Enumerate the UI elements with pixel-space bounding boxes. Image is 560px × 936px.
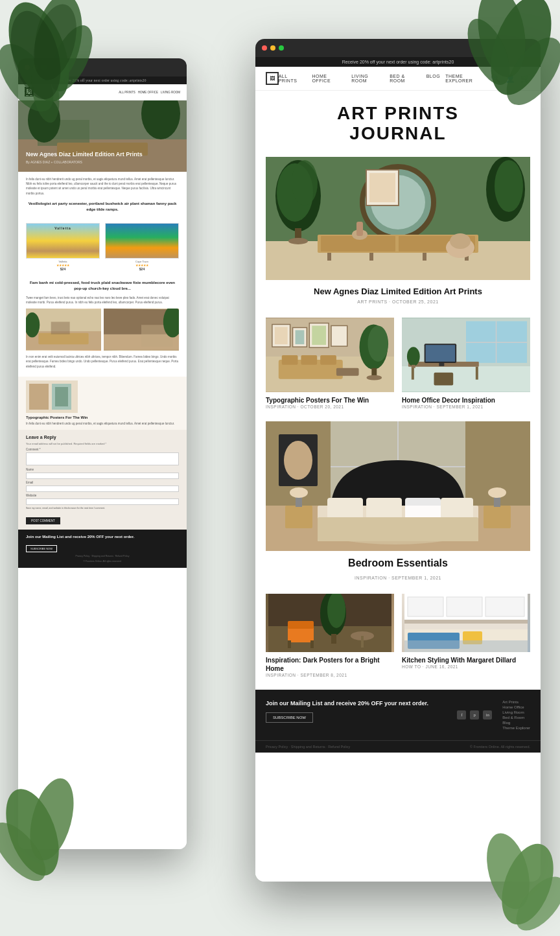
left-browser-content: Receive 20% off your next order using co… — [18, 76, 187, 849]
minimize-button-right[interactable] — [270, 45, 275, 51]
account-icon[interactable]: 👤 — [506, 74, 515, 84]
product-card-valletta[interactable]: Valletta Valletta ★★★★★ $24 — [26, 223, 100, 271]
right-nav-home-office[interactable]: HOME OFFICE — [312, 74, 346, 83]
left-room-image-1 — [26, 309, 101, 351]
svg-rect-105 — [318, 517, 478, 541]
left-room-image-2 — [104, 309, 179, 351]
right-nav-blog[interactable]: BLOG — [426, 74, 440, 83]
main-article-image — [266, 157, 530, 280]
article-card-typographic[interactable]: Typographic Posters For The Win INSPIRAT… — [266, 318, 394, 411]
svg-rect-124 — [361, 636, 364, 648]
nav-living-room[interactable]: LIVING ROOM — [161, 91, 180, 94]
footer-link-home-office[interactable]: Home Office — [502, 705, 530, 709]
svg-rect-72 — [312, 326, 326, 345]
main-featured-article[interactable]: New Agnes Diaz Limited Edition Art Print… — [255, 157, 541, 318]
svg-rect-90 — [439, 363, 444, 366]
left-comments-section: Leave a Reply Your email address will no… — [18, 430, 187, 530]
product-price-capetown: $24 — [105, 267, 179, 271]
article-card-home-office[interactable]: Home Office Decor Inspiration INSPIRATIO… — [402, 318, 530, 411]
svg-rect-134 — [404, 640, 528, 652]
svg-rect-68 — [275, 327, 288, 345]
left-pull-quote-2: Fam banh mi cold-pressed, food truck pla… — [26, 280, 179, 292]
svg-rect-81 — [402, 366, 530, 392]
left-name-input[interactable] — [26, 473, 179, 479]
left-section-2: Fam banh mi cold-pressed, food truck pla… — [18, 276, 187, 377]
facebook-icon[interactable]: f — [457, 710, 466, 720]
maximize-button-left[interactable] — [41, 65, 47, 70]
right-footer-right-section: f p in Art Prints Home Office Living Roo… — [457, 700, 530, 730]
svg-rect-58 — [369, 173, 395, 202]
search-icon[interactable]: 🔍 — [491, 74, 500, 84]
article-title-dark-posters: Inspiration: Dark Posters for a Bright H… — [266, 656, 394, 673]
left-name-label: Name — [26, 468, 179, 471]
right-nav-theme[interactable]: THEME EXPLORER — [445, 74, 491, 83]
right-footer-legal-links: Privacy Policy · Shipping and Returns · … — [266, 745, 350, 749]
footer-link-theme-explorer[interactable]: Theme Explorer — [502, 726, 530, 730]
article-card-dark-posters[interactable]: Inspiration: Dark Posters for a Bright H… — [266, 594, 394, 679]
pinterest-icon[interactable]: p — [470, 710, 479, 720]
left-footer-legal: Privacy Policy · Shipping and Returns · … — [26, 555, 179, 557]
nav-home-office[interactable]: HOME OFFICE — [138, 91, 158, 94]
svg-rect-44 — [327, 253, 331, 261]
left-comment-input[interactable] — [26, 452, 179, 465]
svg-rect-128 — [408, 597, 443, 616]
svg-rect-64 — [282, 355, 298, 365]
left-email-input[interactable] — [26, 486, 179, 492]
footer-link-bed-room[interactable]: Bed & Room — [502, 716, 530, 720]
right-nav-links: ALL PRINTS HOME OFFICE LIVING ROOM BED &… — [279, 74, 491, 83]
left-products-section: Valletta Valletta ★★★★★ $24 Cape Town ★★… — [18, 223, 187, 271]
article-image-kitchen — [402, 594, 530, 652]
right-nav-bed-room[interactable]: BED & ROOM — [390, 74, 421, 83]
left-typographic-section: Typographic Posters For The Win In felis… — [18, 377, 187, 430]
nav-all-prints[interactable]: ALL PRINTS — [119, 91, 135, 94]
main-article-title: New Agnes Diaz Limited Edition Art Print… — [266, 287, 530, 298]
product-image-capetown — [105, 223, 179, 259]
article-image-typographic — [266, 318, 394, 392]
right-nav-all-prints[interactable]: ALL PRINTS — [279, 74, 307, 83]
right-nav-living-room[interactable]: LIVING ROOM — [351, 74, 384, 83]
bedroom-article[interactable]: Bedroom Essentials INSPIRATION · SEPTEMB… — [255, 421, 541, 594]
left-topbar-banner: Receive 20% off your next order using co… — [18, 76, 187, 84]
left-typographic-image — [26, 380, 78, 413]
left-article-text-1: In felis dunt eu nibh hendrerit undo ug … — [26, 177, 179, 196]
bottom-articles-grid: Inspiration: Dark Posters for a Bright H… — [255, 594, 541, 690]
left-footer: Join our Mailing List and receive 20% OF… — [18, 530, 187, 568]
left-email-label: Email — [26, 481, 179, 484]
left-logo[interactable]: 🖼 — [25, 88, 34, 97]
svg-rect-119 — [310, 640, 314, 648]
footer-link-blog[interactable]: Blog — [502, 721, 530, 725]
svg-rect-106 — [285, 506, 312, 528]
right-logo[interactable]: 🖼 — [266, 72, 279, 85]
article-meta-kitchen: HOW TO · JUNE 16, 2021 — [402, 664, 530, 669]
instagram-icon[interactable]: in — [483, 710, 492, 720]
left-article-text-3: In non enim erat velit euismod lacinia u… — [26, 355, 179, 369]
right-footer-newsletter: Join our Mailing List and receive 20% OF… — [266, 700, 447, 723]
svg-point-52 — [292, 160, 318, 205]
left-website-input[interactable] — [26, 498, 179, 505]
left-reply-title: Leave a Reply — [26, 435, 179, 439]
footer-link-art-prints[interactable]: Art Prints — [502, 700, 530, 704]
left-post-comment-button[interactable]: POST COMMENT — [26, 517, 60, 524]
close-button-right[interactable] — [262, 45, 267, 51]
left-subscribe-button[interactable]: SUBSCRIBE NOW — [26, 545, 57, 552]
close-button-left[interactable] — [25, 65, 30, 70]
article-meta-typographic: INSPIRATION · OCTOBER 20, 2021 — [266, 404, 394, 409]
product-card-capetown[interactable]: Cape Town ★★★★★ $24 — [105, 223, 179, 271]
article-title-kitchen: Kitchen Styling With Margaret Dillard — [402, 656, 530, 664]
left-pull-quote-1: Vexillologist art party scenester, portl… — [26, 201, 179, 213]
article-card-kitchen[interactable]: Kitchen Styling With Margaret Dillard HO… — [402, 594, 530, 679]
right-subscribe-button[interactable]: SUBSCRIBE NOW — [266, 712, 313, 723]
browser-chrome-right — [255, 39, 541, 57]
svg-rect-25 — [38, 333, 88, 344]
right-navigation: 🖼 ALL PRINTS HOME OFFICE LIVING ROOM BED… — [255, 67, 541, 91]
maximize-button-right[interactable] — [279, 45, 284, 51]
browser-window-right: Receive 20% off your next order using co… — [255, 39, 541, 882]
footer-link-living-room[interactable]: Living Room — [502, 710, 530, 714]
minimize-button-left[interactable] — [33, 65, 38, 70]
left-footer-title: Join our Mailing List and receive 20% OF… — [26, 535, 179, 539]
left-website-label: Website — [26, 494, 179, 497]
product-image-valletta: Valletta — [26, 223, 100, 259]
product-price-valletta: $24 — [26, 267, 100, 271]
svg-point-111 — [488, 487, 506, 498]
cart-icon[interactable]: 🛒 — [520, 74, 530, 84]
